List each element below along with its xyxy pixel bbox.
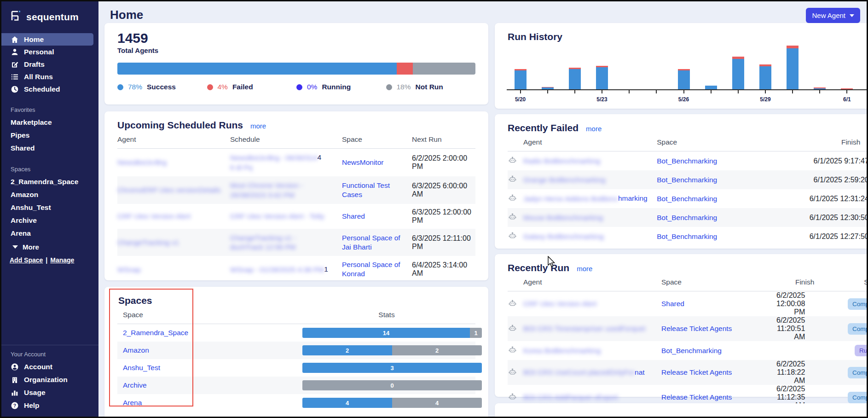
redacted-agent-name[interactable]: ChromoERP Utes versionDetails	[117, 186, 221, 194]
space-link[interactable]: Anshu_Test	[123, 364, 302, 372]
space-link[interactable]: Release Ticket Agents	[661, 368, 732, 376]
sidebar-item-shared[interactable]: Shared	[1, 142, 98, 155]
robot-agent-icon	[509, 214, 516, 222]
sidebar-item-marketplace[interactable]: Marketplace	[1, 116, 98, 129]
space-link[interactable]: NewsMonitor	[342, 158, 383, 166]
space-link[interactable]: Bot_Benchmarking	[657, 232, 717, 240]
redacted-agent-name[interactable]: BOt CRS UseCount placedOnlyFor	[523, 368, 635, 377]
robot-agent-icon	[509, 157, 516, 165]
space-link[interactable]: Release Ticket Agents	[661, 325, 732, 332]
status-bar-segment-success	[117, 63, 397, 75]
table-row: BOt CRS Timestampriser usedForquetReleas…	[508, 316, 867, 341]
agents-status-legend: 78%Success4%Failed0%Running18%Not Run	[117, 83, 475, 91]
schedule-line: CRF Utes Version Alert - Tolty	[230, 211, 342, 221]
recently-failed-more-link[interactable]: more	[586, 125, 602, 133]
success-bar-segment	[569, 69, 581, 89]
sidebar-item-pipes[interactable]: Pipes	[1, 129, 98, 142]
space-link[interactable]: Archive	[123, 381, 302, 389]
column-header: Space	[661, 278, 776, 286]
space-link[interactable]: Bot_Benchmarking	[657, 176, 717, 184]
space-link[interactable]: Shared	[342, 212, 365, 220]
table-row: ChromoERP Utes versionDetailsMost Chrome…	[117, 176, 475, 204]
next-run-cell: 6/3/2025 6:00:00 AM	[412, 182, 475, 198]
sidebar-item-personal[interactable]: Personal	[1, 46, 98, 58]
schedule-line: WSnap - 01/28/2025 4:38 PM1	[230, 265, 342, 274]
legend-item-failed: 4%Failed	[207, 83, 297, 91]
stats-bar-cell: 141	[302, 328, 482, 338]
sidebar-space-anshu_test[interactable]: Anshu_Test	[1, 201, 98, 214]
space-link[interactable]: Bot_Benchmarking	[657, 214, 717, 221]
space-link[interactable]: Bot_Benchmarking	[661, 347, 722, 354]
agent-cell: BOt CRS AddParquet vExport	[523, 393, 661, 402]
new-agent-button[interactable]: New Agent	[806, 8, 860, 23]
redacted-agent-name[interactable]: BOt CRS Timestampriser usedForquet	[523, 325, 645, 333]
sidebar-item-label: All Runs	[24, 73, 53, 81]
run-history-chart: 5/205/235/265/296/1	[507, 45, 867, 103]
redacted-agent-name[interactable]: NewsBotJcrBrg	[117, 158, 167, 167]
sidebar-space-archive[interactable]: Archive	[1, 214, 98, 227]
sidebar-more-toggle[interactable]: More	[1, 241, 98, 253]
sidebar-item-organization[interactable]: Organization	[1, 373, 98, 386]
sidebar-item-help[interactable]: ?Help	[1, 399, 98, 412]
stats-bar-cell: 44	[302, 398, 482, 408]
redacted-agent-name[interactable]: ChangeTracking v1	[117, 238, 179, 247]
redacted-agent-name[interactable]: Galaxy BotBenchmarking	[523, 232, 604, 241]
success-bar-segment	[814, 88, 826, 89]
space-cell: Bot_Benchmarking	[657, 214, 772, 222]
axis-tick-label: 6/1	[833, 96, 861, 103]
sidebar-item-account[interactable]: Account	[1, 360, 98, 373]
legend-percent: 78%	[128, 83, 142, 91]
robot-agent-icon	[509, 347, 516, 355]
schedule-line: duchTrack 12:56 PM	[230, 243, 342, 252]
legend-dot-icon	[296, 84, 302, 90]
redacted-agent-name[interactable]: Mouse BotBenchmarking	[523, 214, 603, 222]
space-link[interactable]: Bot_Benchmarking	[657, 195, 717, 203]
space-link[interactable]: Amazon	[123, 346, 302, 354]
chart-bar-slot	[561, 68, 588, 89]
redacted-agent-name[interactable]: CRF Utes Version Alert	[117, 212, 191, 221]
chart-bar-slot	[697, 86, 724, 89]
space-link[interactable]: Bot_Benchmarking	[657, 157, 717, 165]
chart-bar	[515, 69, 527, 89]
column-header: Status	[835, 278, 867, 286]
sidebar-item-home[interactable]: Home	[1, 33, 93, 46]
space-link[interactable]: Shared	[661, 300, 684, 308]
space-cell: Bot_Benchmarking	[657, 157, 772, 165]
axis-tick	[561, 90, 588, 93]
manage-spaces-link[interactable]: Manage	[50, 256, 74, 264]
space-link[interactable]: 2_Ramendra_Space	[123, 329, 302, 337]
add-space-link[interactable]: Add Space	[10, 256, 43, 264]
success-bar-segment	[759, 66, 771, 89]
finish-cell: 6/2/2025 12:00:08 PM	[776, 291, 835, 316]
redacted-agent-name[interactable]: Jadyn Herox Addons BotBenc	[523, 195, 618, 203]
agent-visible-suffix[interactable]: hmarking	[618, 194, 648, 202]
sidebar-item-drafts[interactable]: Drafts	[1, 58, 98, 70]
stats-bar-run: 3	[302, 363, 482, 373]
redacted-agent-name[interactable]: WSnap	[117, 266, 141, 274]
sidebar-item-scheduled[interactable]: Scheduled	[1, 83, 98, 95]
redacted-agent-name[interactable]: CRF Utes Version Alert	[523, 300, 596, 308]
scheduled-more-link[interactable]: more	[250, 122, 266, 130]
space-link[interactable]: Personal Space of Konrad	[342, 261, 400, 278]
finish-cell: 6/2/2025 11:20:51 AM	[776, 316, 835, 341]
space-link[interactable]: Personal Space of Jai Bharti	[342, 234, 400, 251]
redacted-agent-name[interactable]: BOt CRS AddParquet vExport	[523, 393, 618, 401]
sidebar-space-2_ramendra_space[interactable]: 2_Ramendra_Space	[1, 175, 98, 188]
recently-run-more-link[interactable]: more	[577, 265, 592, 273]
redacted-agent-name[interactable]: Orange BotBenchmarking	[523, 176, 605, 184]
space-link[interactable]: Functional Test Cases	[342, 181, 390, 198]
space-link[interactable]: Arena	[123, 399, 302, 407]
sidebar-item-usage[interactable]: Usage	[1, 386, 98, 399]
space-cell: Bot_Benchmarking	[657, 195, 772, 203]
space-cell: Shared	[342, 212, 412, 221]
space-link[interactable]: Release Ticket Agents	[661, 393, 732, 401]
sidebar-space-amazon[interactable]: Amazon	[1, 188, 98, 201]
table-row: Galaxy BotBenchmarkingBot_Benchmarking6/…	[508, 227, 867, 246]
sidebar-item-all-runs[interactable]: All Runs	[1, 70, 98, 83]
legend-label: Running	[322, 83, 351, 91]
redacted-agent-name[interactable]: Radio BotBenchmarking	[523, 157, 600, 165]
sidebar-space-arena[interactable]: Arena	[1, 227, 98, 240]
agent-visible-suffix[interactable]: nat	[635, 368, 645, 376]
axis-tick-label	[561, 96, 588, 103]
redacted-agent-name[interactable]: Korea BotBenchmarking	[523, 347, 601, 355]
